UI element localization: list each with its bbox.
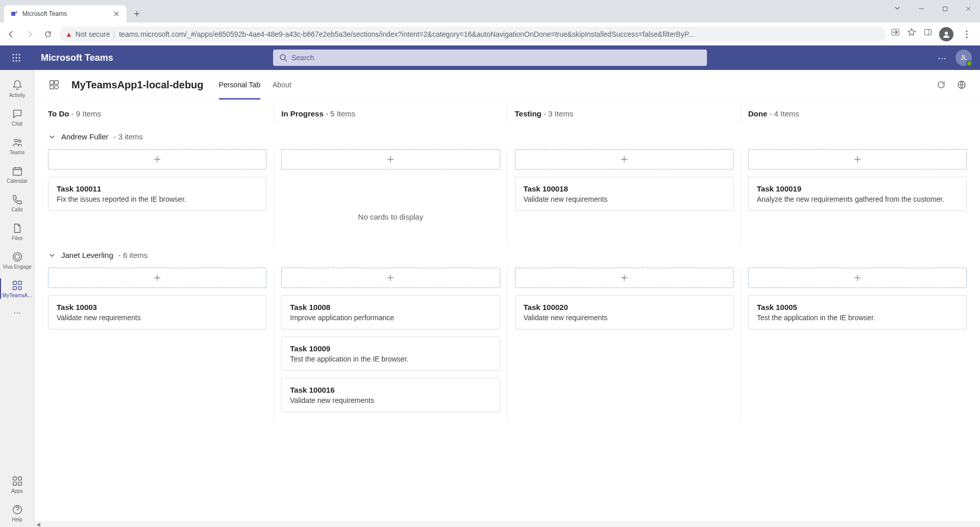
side-panel-icon[interactable] (923, 27, 933, 37)
kanban-card[interactable]: Task 10005Test the application in the IE… (748, 295, 967, 329)
content-header: MyTeamsApp1-local-debug Personal TabAbou… (35, 70, 980, 100)
rail-item-activity[interactable]: Activity (0, 74, 35, 103)
rail-help[interactable]: Help (0, 498, 35, 527)
window-minimize-button[interactable] (910, 0, 933, 17)
reload-button[interactable] (41, 27, 55, 41)
svg-rect-36 (50, 85, 54, 89)
card-title: Task 100020 (524, 303, 725, 312)
svg-rect-29 (13, 476, 16, 480)
new-tab-button[interactable] (130, 7, 144, 21)
svg-point-1 (15, 11, 17, 13)
waffle-button[interactable] (8, 50, 24, 66)
svg-point-15 (19, 57, 20, 59)
swimlane-column: Task 100019Analyze the new requirements … (741, 149, 974, 246)
plus-icon (387, 156, 394, 163)
add-card-button[interactable] (281, 149, 500, 170)
kanban-card[interactable]: Task 100016Validate new requirements (281, 378, 500, 412)
rail-label: Viva Engage (3, 264, 32, 270)
add-card-button[interactable] (281, 268, 500, 288)
rail-item-viva-engage[interactable]: Viva Engage (0, 246, 35, 274)
rail-more-icon[interactable]: ··· (0, 303, 34, 323)
forward-button[interactable] (22, 27, 37, 41)
add-card-button[interactable] (515, 268, 733, 288)
rail-item-teams[interactable]: Teams (0, 131, 35, 160)
swimlane-header[interactable]: Andrew Fuller - 3 items (41, 127, 974, 144)
rail-item-calls[interactable]: Calls (0, 188, 35, 217)
share-icon[interactable] (890, 27, 900, 37)
add-card-button[interactable] (48, 268, 266, 288)
browser-menu-icon[interactable] (960, 27, 974, 41)
rail-label: Chat (12, 121, 22, 127)
window-maximize-button[interactable] (933, 0, 957, 17)
tab-personal-tab[interactable]: Personal Tab (219, 70, 260, 100)
refresh-icon[interactable] (935, 79, 947, 91)
svg-point-9 (966, 36, 967, 38)
rail-item-myteamsa-[interactable]: MyTeamsA... (0, 274, 35, 303)
svg-point-18 (19, 60, 20, 62)
url-box[interactable]: ▲ Not secure | teams.microsoft.com/_#/ap… (59, 27, 886, 42)
browser-tab[interactable]: Microsoft Teams (4, 5, 127, 22)
swimlane-header[interactable]: Janet Leverling - 6 items (41, 246, 974, 262)
star-icon[interactable] (906, 27, 917, 37)
bell-icon (11, 79, 23, 91)
tab-about[interactable]: About (273, 70, 291, 100)
search-input[interactable] (291, 54, 701, 62)
scroll-left-icon[interactable]: ◂ (35, 521, 42, 527)
url-text: teams.microsoft.com/_#/apps/e850592b-4ae… (119, 30, 880, 38)
rail-item-files[interactable]: Files (0, 217, 35, 246)
swimlane: Andrew Fuller - 3 itemsTask 100011Fix th… (35, 127, 980, 246)
column-headers: To Do - 9 ItemsIn Progress - 5 ItemsTest… (35, 100, 980, 127)
card-description: Validate new requirements (57, 314, 258, 322)
not-secure-label: Not secure (76, 30, 110, 38)
kanban-card[interactable]: Task 10008Improve application performanc… (281, 295, 500, 329)
tab-dropdown-icon[interactable] (894, 4, 900, 13)
kanban-card[interactable]: Task 100018Validate new requirements (515, 177, 733, 211)
rail-help-label: Help (12, 517, 22, 522)
window-close-button[interactable] (957, 0, 980, 17)
svg-rect-26 (18, 281, 21, 284)
search-box[interactable] (273, 50, 707, 66)
help-icon (11, 504, 23, 516)
swimlane-count: - 3 items (114, 132, 143, 141)
svg-point-23 (15, 254, 19, 259)
content-area: MyTeamsApp1-local-debug Personal TabAbou… (35, 70, 980, 527)
card-title: Task 100016 (290, 386, 491, 394)
add-card-button[interactable] (48, 149, 266, 170)
kanban-card[interactable]: Task 10003Validate new requirements (48, 295, 266, 329)
swimlane: Janet Leverling - 6 itemsTask 10003Valid… (35, 246, 980, 421)
chat-icon (11, 108, 23, 120)
svg-point-13 (13, 57, 14, 59)
card-title: Task 100018 (524, 184, 725, 193)
svg-point-37 (55, 85, 58, 89)
add-card-button[interactable] (515, 149, 733, 170)
globe-icon[interactable] (955, 79, 968, 91)
profile-avatar[interactable] (939, 27, 953, 41)
card-description: Validate new requirements (524, 314, 725, 322)
svg-rect-0 (11, 12, 15, 16)
kanban-card[interactable]: Task 100011Fix the issues reported in th… (48, 177, 266, 211)
kanban-card[interactable]: Task 10009Test the application in the IE… (281, 337, 500, 371)
page-title: MyTeamsApp1-local-debug (71, 79, 204, 91)
rail-label: Teams (10, 150, 24, 155)
horizontal-scrollbar[interactable]: ◂ (35, 521, 980, 527)
svg-point-19 (280, 55, 285, 60)
back-button[interactable] (4, 27, 18, 41)
overflow-menu-icon[interactable]: ··· (938, 52, 946, 64)
kanban-card[interactable]: Task 100020Validate new requirements (515, 295, 733, 329)
column-header: Done - 4 Items (741, 104, 974, 123)
rail-item-chat[interactable]: Chat (0, 103, 35, 131)
plus-icon (387, 274, 394, 281)
user-avatar[interactable]: JL (955, 50, 972, 66)
rail-apps[interactable]: Apps (0, 470, 35, 498)
swimlane-column: Task 10005Test the application in the IE… (741, 268, 974, 421)
card-title: Task 10005 (757, 303, 958, 312)
plus-icon (854, 274, 861, 281)
avatar-initials: JL (961, 54, 967, 61)
add-card-button[interactable] (748, 149, 967, 170)
close-icon[interactable] (112, 10, 120, 18)
address-actions (890, 27, 976, 41)
add-card-button[interactable] (748, 268, 967, 288)
kanban-card[interactable]: Task 100019Analyze the new requirements … (748, 177, 967, 211)
rail-item-calendar[interactable]: Calendar (0, 160, 35, 188)
column-header: In Progress - 5 Items (274, 104, 507, 123)
